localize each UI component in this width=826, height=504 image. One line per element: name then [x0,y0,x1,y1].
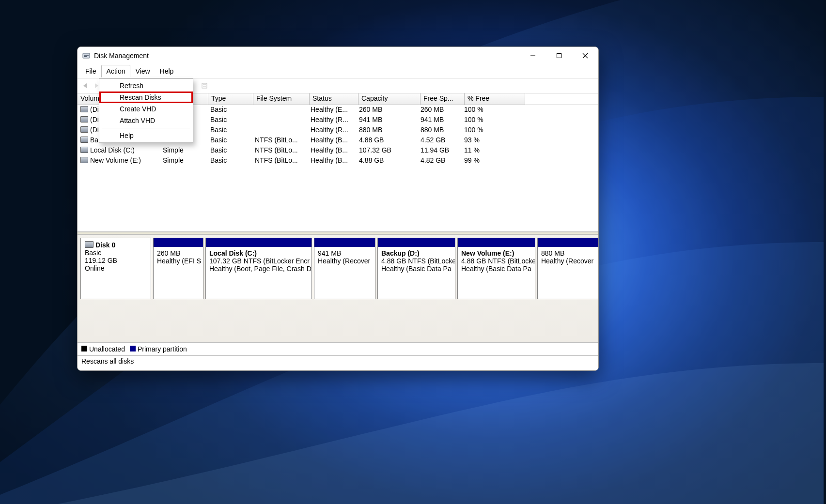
svg-rect-7 [202,83,207,88]
volume-icon [80,157,88,163]
menu-help[interactable]: Help [155,65,179,77]
volume-icon [80,116,88,122]
volume-row[interactable]: New Volume (E:)SimpleBasicNTFS (BitLo...… [78,156,598,166]
disk-row: Disk 0 Basic 119.12 GB Online 260 MBHeal… [80,238,595,299]
disk-icon [85,241,94,248]
legend-unallocated: Unallocated [81,345,125,353]
volume-row[interactable]: Local Disk (C:)SimpleBasicNTFS (BitLo...… [78,146,598,156]
desktop-background: Disk Management File Action View Help Re… [0,0,826,504]
properties-button[interactable] [199,80,210,92]
dropdown-separator [102,128,190,128]
col-type[interactable]: Type [208,93,253,105]
swatch-navy [130,346,136,351]
menu-file[interactable]: File [80,65,101,77]
svg-rect-4 [557,54,561,58]
action-help[interactable]: Help [99,130,193,141]
menubar: File Action View Help [78,64,598,78]
partition-strip: 260 MBHealthy (EFI SLocal Disk (C:)107.3… [153,238,599,299]
col-filesystem[interactable]: File System [253,93,310,105]
swatch-black [81,346,87,351]
statusbar: Rescans all disks [78,355,598,370]
partition[interactable]: New Volume (E:)4.88 GB NTFS (BitLockeHea… [457,238,535,299]
action-dropdown: Refresh Rescan Disks Create VHD Attach V… [99,78,193,143]
partition[interactable]: Local Disk (C:)107.32 GB NTFS (BitLocker… [205,238,312,299]
disk-header[interactable]: Disk 0 Basic 119.12 GB Online [80,238,151,299]
action-attach-vhd[interactable]: Attach VHD [99,115,193,126]
action-refresh[interactable]: Refresh [99,80,193,92]
disk-state: Online [85,264,147,272]
disk-graph-pane: Disk 0 Basic 119.12 GB Online 260 MBHeal… [78,235,598,342]
svg-rect-1 [84,55,89,56]
titlebar[interactable]: Disk Management [78,47,598,64]
col-capacity[interactable]: Capacity [358,93,421,105]
partition[interactable]: 941 MBHealthy (Recover [314,238,375,299]
app-icon [82,52,90,60]
action-create-vhd[interactable]: Create VHD [99,103,193,115]
disk-name: Disk 0 [95,241,115,249]
volume-icon [80,147,88,153]
partition[interactable]: Backup (D:)4.88 GB NTFS (BitLockeHealthy… [377,238,455,299]
volume-icon [80,137,88,143]
col-free-space[interactable]: Free Sp... [421,93,465,105]
menu-view[interactable]: View [130,65,155,77]
legend: Unallocated Primary partition [78,342,598,355]
minimize-button[interactable] [522,48,544,63]
col-pct-free[interactable]: % Free [465,93,525,105]
volume-icon [80,106,88,112]
menu-action[interactable]: Action [101,65,131,77]
maximize-button[interactable] [548,48,570,63]
toolbar: Refresh Rescan Disks Create VHD Attach V… [78,78,598,93]
action-rescan-disks[interactable]: Rescan Disks [99,92,193,103]
volume-icon [80,126,88,133]
disk-size: 119.12 GB [85,257,147,264]
back-button[interactable] [79,80,91,92]
partition[interactable]: 260 MBHealthy (EFI S [153,238,203,299]
svg-rect-2 [84,56,87,57]
partition[interactable]: 880 MBHealthy (Recover [537,238,599,299]
close-button[interactable] [574,48,596,63]
disk-type: Basic [85,249,147,257]
legend-primary: Primary partition [130,345,187,353]
window-title: Disk Management [94,52,149,60]
disk-management-window: Disk Management File Action View Help Re… [77,46,599,371]
col-status[interactable]: Status [310,93,358,105]
